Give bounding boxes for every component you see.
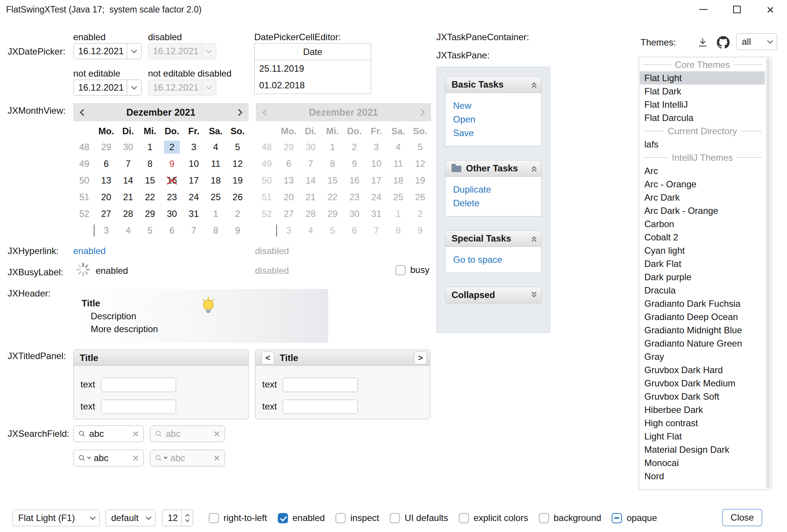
day-cell[interactable]: 11 <box>205 157 227 170</box>
theme-item-dark-flat[interactable]: Dark Flat <box>640 257 765 270</box>
theme-item-gradianto-deep-ocean[interactable]: Gradianto Deep Ocean <box>640 310 765 323</box>
day-cell[interactable]: 6 <box>95 157 117 170</box>
checkbox-box[interactable] <box>278 513 288 523</box>
text-input[interactable] <box>283 378 358 392</box>
day-cell[interactable]: 17 <box>183 174 205 187</box>
search-field[interactable]: abc × <box>73 425 144 442</box>
checkbox-box[interactable] <box>390 513 400 523</box>
theme-item-dark-purple[interactable]: Dark purple <box>640 270 765 284</box>
task-link-duplicate[interactable]: Duplicate <box>453 183 534 196</box>
day-cell[interactable]: 2 <box>227 207 249 220</box>
minimize-button[interactable] <box>687 0 720 19</box>
theme-item-gradianto-dark-fuchsia[interactable]: Gradianto Dark Fuchsia <box>640 297 765 310</box>
theme-item-flat-intellij[interactable]: Flat IntelliJ <box>640 98 765 111</box>
taskpane-header[interactable]: Basic Tasks <box>445 76 541 93</box>
day-cell[interactable]: 6 <box>161 224 183 237</box>
checkbox-box[interactable] <box>335 513 346 523</box>
day-cell[interactable]: 28 <box>117 207 139 220</box>
search-menu-chevron-icon[interactable] <box>87 455 91 459</box>
day-cell[interactable]: 1 <box>139 141 161 154</box>
day-cell[interactable]: 15 <box>139 174 161 187</box>
theme-item-arc[interactable]: Arc <box>640 164 765 177</box>
window-close-button[interactable]: × <box>754 0 787 19</box>
theme-item-gruvbox-dark-hard[interactable]: Gruvbox Dark Hard <box>640 363 765 377</box>
day-cell[interactable]: 20 <box>95 191 117 204</box>
day-cell[interactable]: 7 <box>183 224 205 237</box>
checkbox-enabled[interactable]: enabled <box>278 513 325 523</box>
day-cell[interactable]: 31 <box>183 207 205 220</box>
theme-item-gradianto-midnight-blue[interactable]: Gradianto Midnight Blue <box>640 323 765 337</box>
collapse-icon[interactable] <box>532 166 536 171</box>
task-link-delete[interactable]: Delete <box>453 196 534 210</box>
theme-item-flat-darcula[interactable]: Flat Darcula <box>640 111 765 124</box>
datepicker-dropdown-button[interactable] <box>127 80 141 95</box>
clear-search-icon[interactable]: × <box>132 428 139 439</box>
scrollbar-thumb[interactable] <box>766 58 770 488</box>
day-cell[interactable]: 23 <box>161 191 183 204</box>
titledpanel-right-button[interactable]: > <box>414 352 427 364</box>
font-size-value[interactable]: 12 <box>162 513 181 523</box>
github-button[interactable] <box>716 35 731 50</box>
theme-item-gray[interactable]: Gray <box>640 350 765 363</box>
checkbox-right-to-left[interactable]: right-to-left <box>209 513 267 523</box>
table-row[interactable]: 01.02.2018 <box>255 77 371 94</box>
monthview-enabled[interactable]: Dezember 2021Mo.Di.Mi.Do.Fr.Sa.So.482930… <box>73 103 249 239</box>
taskpane-header[interactable]: Collapsed <box>445 287 541 303</box>
theme-item-arc-dark[interactable]: Arc Dark <box>640 191 765 204</box>
checkbox-explicit-colors[interactable]: explicit colors <box>459 513 528 523</box>
clear-search-icon[interactable]: × <box>132 452 139 464</box>
day-cell[interactable]: 29 <box>139 207 161 220</box>
theme-item-lafs[interactable]: lafs <box>640 138 765 151</box>
day-cell[interactable]: 8 <box>205 224 227 237</box>
taskpane-header[interactable]: Other Tasks <box>445 160 541 177</box>
laf-combo[interactable]: Flat Light (F1) <box>13 510 100 526</box>
day-cell[interactable]: 22 <box>139 191 161 204</box>
day-cell[interactable]: 8 <box>139 157 161 170</box>
day-cell[interactable]: 25 <box>205 191 227 204</box>
theme-item-arc-orange[interactable]: Arc - Orange <box>640 177 765 191</box>
busy-checkbox-wrap[interactable]: busy <box>395 265 430 275</box>
day-cell[interactable]: 19 <box>227 174 249 187</box>
day-cell[interactable]: 27 <box>95 207 117 220</box>
theme-item-flat-dark[interactable]: Flat Dark <box>640 85 765 98</box>
day-cell[interactable]: 4 <box>205 141 227 154</box>
text-input[interactable] <box>101 378 176 392</box>
day-cell[interactable]: 30 <box>161 207 183 220</box>
theme-item-material-design-dark[interactable]: Material Design Dark <box>640 443 765 456</box>
table-row[interactable]: 25.11.2019 <box>255 60 371 77</box>
day-cell[interactable]: 9 <box>161 157 183 170</box>
checkbox-background[interactable]: background <box>539 513 601 523</box>
checkbox-ui-defaults[interactable]: UI defaults <box>390 513 448 523</box>
theme-item-dracula[interactable]: Dracula <box>640 284 765 297</box>
task-link-new[interactable]: New <box>453 99 534 113</box>
day-cell[interactable]: 12 <box>227 157 249 170</box>
checkbox-inspect[interactable]: inspect <box>335 513 379 523</box>
day-cell[interactable]: 24 <box>183 191 205 204</box>
theme-item-gruvbox-dark-medium[interactable]: Gruvbox Dark Medium <box>640 377 765 390</box>
font-size-spinner[interactable]: 12 <box>162 510 193 526</box>
day-cell[interactable]: 26 <box>227 191 249 204</box>
day-cell[interactable]: 29 <box>95 141 117 154</box>
day-cell[interactable]: 2 <box>161 141 183 154</box>
datepicker-not-editable[interactable]: 16.12.2021 <box>73 80 142 96</box>
themes-filter-combo[interactable]: all <box>736 33 777 50</box>
day-cell[interactable]: 10 <box>183 157 205 170</box>
close-button[interactable]: Close <box>722 509 762 526</box>
day-cell[interactable]: 13 <box>95 174 117 187</box>
text-input[interactable] <box>283 400 358 414</box>
task-link-save[interactable]: Save <box>453 126 534 140</box>
text-input[interactable] <box>101 400 176 414</box>
datepicker-enabled[interactable]: 16.12.2021 <box>73 43 142 59</box>
task-link-go-to-space[interactable]: Go to space <box>453 253 534 267</box>
collapse-icon[interactable] <box>532 82 536 87</box>
taskpane-header[interactable]: Special Tasks <box>445 230 541 247</box>
theme-item-hiberbee-dark[interactable]: Hiberbee Dark <box>640 403 765 416</box>
day-cell[interactable]: 9 <box>227 224 249 237</box>
theme-item-nord[interactable]: Nord <box>640 469 765 483</box>
style-combo[interactable]: default <box>105 510 156 526</box>
prev-month-button[interactable] <box>73 103 93 121</box>
datepicker-dropdown-button[interactable] <box>127 44 141 59</box>
day-cell[interactable]: 14 <box>117 174 139 187</box>
theme-item-high-contrast[interactable]: High contrast <box>640 416 765 430</box>
busy-checkbox[interactable] <box>395 265 406 275</box>
